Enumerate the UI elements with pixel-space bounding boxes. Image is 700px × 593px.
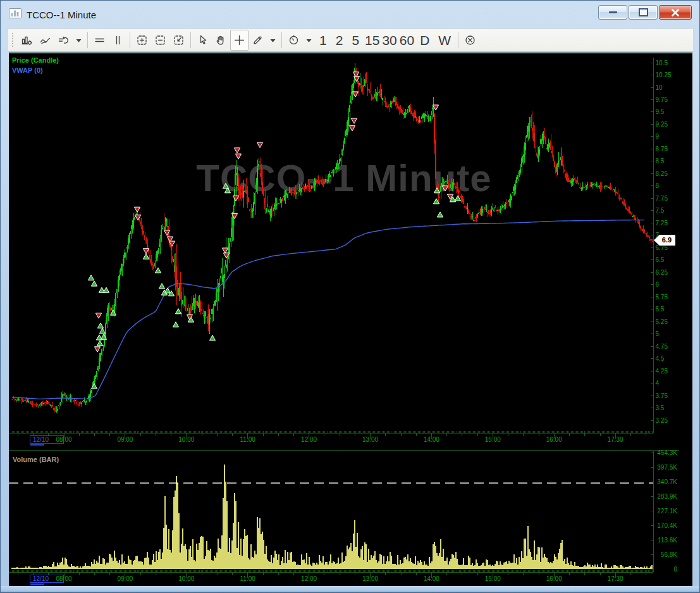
timeframe-60min-button[interactable]: 60 [398,30,415,50]
svg-text:6: 6 [656,281,660,288]
volume-study-label: Volume (BAR) [13,456,59,463]
svg-text:13:00: 13:00 [362,436,378,443]
svg-text:4.25: 4.25 [656,368,668,375]
svg-text:16:00: 16:00 [546,575,562,582]
indicator-history-button[interactable] [54,30,73,51]
time-axis-bottom: 08:0009:0010:0011:0012:0013:0014:0015:00… [9,570,653,583]
chevron-down-icon [305,38,312,43]
parallel-lines-icon [112,34,124,46]
svg-text:10.25: 10.25 [656,72,672,78]
time-axis-top: 08:0009:0010:0011:0012:0013:0014:0015:00… [9,431,653,444]
clear-chart-button[interactable] [461,30,479,51]
svg-text:6.5: 6.5 [656,256,665,263]
svg-text:10:00: 10:00 [178,575,194,582]
svg-text:3.75: 3.75 [656,392,668,399]
pointer-tool-button[interactable] [193,30,212,51]
svg-text:8.25: 8.25 [656,170,668,177]
pan-tool-button[interactable] [212,30,230,51]
svg-text:0: 0 [673,566,677,573]
svg-text:5.25: 5.25 [656,318,668,325]
vertical-lines-tool-button[interactable] [109,30,127,51]
svg-text:14:00: 14:00 [424,436,439,443]
svg-text:14:00: 14:00 [424,575,439,582]
svg-text:15:00: 15:00 [485,436,501,443]
chart-window: TCCO--1 Minute 1 2 [0,0,700,593]
chart-settings-button[interactable] [18,30,36,51]
svg-text:4.75: 4.75 [656,343,668,350]
minimize-icon [609,11,617,13]
zoom-fit-icon [173,34,185,46]
chevron-down-icon [269,38,276,43]
time-interval-dropdown[interactable] [303,30,315,51]
svg-text:397.5K: 397.5K [657,464,677,471]
svg-text:170.4K: 170.4K [657,522,677,529]
svg-text:15:00: 15:00 [485,575,501,582]
toolbar-separator [281,32,282,48]
svg-text:8: 8 [656,182,660,189]
toolbar-grip[interactable] [12,33,14,48]
svg-text:09:00: 09:00 [117,575,133,582]
circle-x-icon [464,34,476,46]
timeframe-1min-button[interactable]: 1 [315,30,331,50]
timeframe-weekly-button[interactable]: W [434,30,455,50]
svg-text:5.5: 5.5 [656,306,665,313]
draw-tool-button[interactable] [249,30,267,51]
volume-axis: 454.3K397.5K340.7K283.9K227.1K170.4K113.… [651,449,678,573]
clock-icon [288,34,300,46]
svg-text:9.75: 9.75 [656,96,668,103]
svg-text:17:30: 17:30 [608,575,623,582]
svg-text:113.6K: 113.6K [658,537,677,544]
zoom-out-icon [154,34,166,46]
bar-chart-gear-icon [21,34,33,46]
line-study-button[interactable] [36,30,54,51]
svg-text:10: 10 [656,84,663,91]
svg-text:340.7K: 340.7K [657,478,677,485]
close-icon [670,8,680,17]
svg-text:454.3K: 454.3K [657,449,677,456]
timeframe-2min-button[interactable]: 2 [331,30,348,50]
svg-text:7.25: 7.25 [656,220,668,227]
timeframe-15min-button[interactable]: 15 [364,30,381,50]
timeframe-daily-button[interactable]: D [415,30,434,50]
svg-text:10:00: 10:00 [178,436,194,443]
draw-tool-dropdown[interactable] [267,30,279,51]
svg-text:9.5: 9.5 [656,108,665,115]
toolbar-separator [190,32,191,48]
maximize-button[interactable] [629,5,658,20]
volume-bars [11,465,653,569]
crosshair-tool-button[interactable] [230,30,249,51]
svg-text:4: 4 [656,380,660,387]
svg-text:8.5: 8.5 [656,158,665,165]
chart-type-dropdown[interactable] [73,30,85,51]
svg-text:4.5: 4.5 [656,355,665,362]
svg-text:227.1K: 227.1K [657,508,677,515]
hand-icon [215,34,227,46]
pencil-icon [252,34,264,46]
app-chart-icon [8,6,22,23]
svg-text:283.9K: 283.9K [657,493,677,500]
maximize-icon [639,8,648,16]
horizontal-lines-tool-button[interactable] [90,30,109,51]
minimize-button[interactable] [598,5,627,20]
close-button[interactable] [659,5,692,20]
chevron-down-icon [75,38,82,43]
vwap-study-label: VWAP (0) [12,66,43,74]
svg-text:10.5: 10.5 [656,59,668,66]
svg-text:5: 5 [656,330,660,337]
toolbar-separator [458,32,458,48]
svg-text:9.25: 9.25 [656,121,668,128]
zoom-in-button[interactable] [133,30,151,51]
chart-client-area[interactable]: TCCO--1 Minute 10.510.25109.759.59.2598.… [9,53,692,586]
toolbar-separator [87,32,88,48]
wave-line-icon [39,34,51,46]
chart-plot[interactable]: 10.510.25109.759.59.2598.758.58.2587.757… [9,53,692,586]
svg-text:7.75: 7.75 [656,195,668,202]
title-bar[interactable]: TCCO--1 Minute [1,1,699,28]
time-interval-button[interactable] [285,30,303,51]
svg-text:8.75: 8.75 [656,146,668,153]
timeframe-5min-button[interactable]: 5 [347,30,364,50]
timeframe-30min-button[interactable]: 30 [381,30,398,50]
svg-text:3.25: 3.25 [656,417,668,424]
zoom-out-button[interactable] [151,30,169,51]
zoom-reset-button[interactable] [169,30,188,51]
